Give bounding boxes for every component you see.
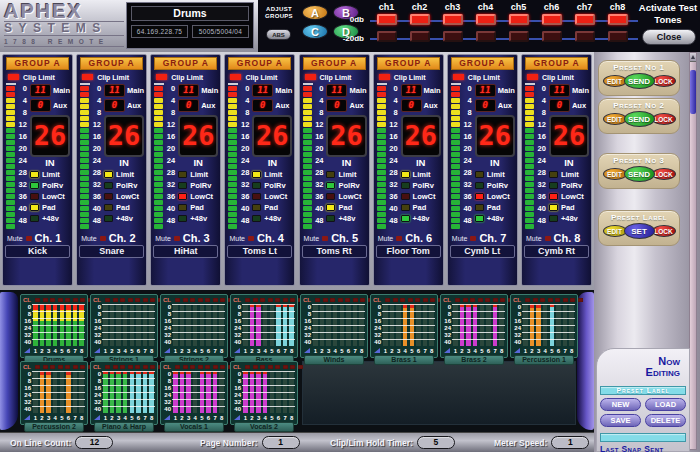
p48v-toggle[interactable]: +48v <box>401 213 441 224</box>
polrv-toggle[interactable]: PolRv <box>401 180 441 191</box>
meter-panel-name[interactable]: Percussion 2 <box>24 422 84 432</box>
preset-2-edit-button[interactable]: EDIT <box>603 113 627 125</box>
mute-led[interactable] <box>100 236 106 241</box>
group-select-button[interactable]: GROUP A <box>6 57 69 70</box>
load-button[interactable]: LOAD <box>645 398 686 411</box>
lowct-toggle[interactable]: LowCt <box>30 191 70 202</box>
tone-0db-ch7-button[interactable] <box>575 14 595 25</box>
meter-panel-1[interactable]: CL081624324012345678Drums <box>20 294 88 358</box>
tone-minus20db-ch6-button[interactable] <box>542 31 562 42</box>
limit-toggle[interactable]: Limit <box>475 169 515 180</box>
tone-0db-ch4-button[interactable] <box>476 14 496 25</box>
label-set-button[interactable]: SET <box>624 223 655 239</box>
channel-name-field[interactable]: Cymb Lt <box>450 245 515 258</box>
sidebar-scrollbar[interactable] <box>689 52 697 450</box>
channel-name-field[interactable]: Floor Tom <box>376 245 441 258</box>
group-select-button[interactable]: GROUP A <box>451 57 514 70</box>
mute-led[interactable] <box>322 236 328 241</box>
new-button[interactable]: NEW <box>600 398 641 411</box>
tone-0db-ch1-button[interactable] <box>377 14 397 25</box>
polrv-toggle[interactable]: PolRv <box>104 180 144 191</box>
p48v-toggle[interactable]: +48v <box>326 213 366 224</box>
label-lock-button[interactable]: LOCK <box>652 225 676 237</box>
tone-0db-ch6-button[interactable] <box>542 14 562 25</box>
lowct-toggle[interactable]: LowCt <box>252 191 292 202</box>
mute-led[interactable] <box>470 236 476 241</box>
meter-panel-9[interactable]: CL081624324012345678Percussion 2 <box>20 361 88 425</box>
mute-led[interactable] <box>174 236 180 241</box>
input-gain-display[interactable]: 26 <box>104 115 144 157</box>
group-a-select-button[interactable]: A <box>302 5 328 20</box>
input-gain-display[interactable]: 26 <box>326 115 366 157</box>
limit-toggle[interactable]: Limit <box>104 169 144 180</box>
meter-panel-name[interactable]: Vocals 1 <box>164 422 224 432</box>
input-gain-display[interactable]: 26 <box>30 115 70 157</box>
group-select-button[interactable]: GROUP A <box>525 57 588 70</box>
p48v-toggle[interactable]: +48v <box>30 213 70 224</box>
main-gain-display[interactable]: 11 <box>326 84 347 97</box>
tone-minus20db-ch3-button[interactable] <box>443 31 463 42</box>
lowct-toggle[interactable]: LowCt <box>104 191 144 202</box>
tone-minus20db-ch7-button[interactable] <box>575 31 595 42</box>
pad-toggle[interactable]: Pad <box>549 202 589 213</box>
preset-2-send-button[interactable]: SEND <box>624 111 655 127</box>
limit-toggle[interactable]: Limit <box>178 169 218 180</box>
group-select-button[interactable]: GROUP A <box>228 57 291 70</box>
save-button[interactable]: SAVE <box>600 414 641 427</box>
polrv-toggle[interactable]: PolRv <box>549 180 589 191</box>
input-gain-display[interactable]: 26 <box>252 115 292 157</box>
port-field[interactable]: 5005/5004/04 <box>192 25 249 38</box>
tone-minus20db-ch8-button[interactable] <box>608 31 628 42</box>
pad-toggle[interactable]: Pad <box>252 202 292 213</box>
limit-toggle[interactable]: Limit <box>401 169 441 180</box>
tone-0db-ch8-button[interactable] <box>608 14 628 25</box>
meter-panel-name[interactable]: Winds <box>304 355 364 365</box>
ip-address-field[interactable]: 64.169.228.75 <box>131 25 188 38</box>
group-select-button[interactable]: GROUP A <box>303 57 366 70</box>
meter-panel-12[interactable]: CL081624324012345678Vocals 2 <box>230 361 298 425</box>
channel-name-field[interactable]: HiHat <box>153 245 218 258</box>
preset-label-field[interactable]: Preset Label <box>600 386 686 395</box>
group-c-select-button[interactable]: C <box>302 24 328 39</box>
meter-panel-10[interactable]: CL081624324012345678Piano & Harp <box>90 361 158 425</box>
limit-toggle[interactable]: Limit <box>326 169 366 180</box>
preset-3-edit-button[interactable]: EDIT <box>603 168 627 180</box>
group-select-button[interactable]: GROUP A <box>377 57 440 70</box>
input-gain-display[interactable]: 26 <box>475 115 515 157</box>
p48v-toggle[interactable]: +48v <box>549 213 589 224</box>
aux-gain-display[interactable]: 0 <box>252 99 273 112</box>
p48v-toggle[interactable]: +48v <box>178 213 218 224</box>
main-gain-display[interactable]: 11 <box>252 84 273 97</box>
scrollbar-thumb[interactable] <box>690 70 696 114</box>
meter-panel-3[interactable]: CL081624324012345678Strings 2 <box>160 294 228 358</box>
preset-3-send-button[interactable]: SEND <box>624 166 655 182</box>
preset-1-edit-button[interactable]: EDIT <box>603 75 627 87</box>
group-select-button[interactable]: GROUP A <box>80 57 143 70</box>
aux-gain-display[interactable]: 0 <box>401 99 422 112</box>
scrollbar-up-arrow-icon[interactable] <box>690 53 696 62</box>
lowct-toggle[interactable]: LowCt <box>549 191 589 202</box>
meter-panel-name[interactable]: Vocals 2 <box>234 422 294 432</box>
preset-name-field[interactable]: Drums <box>131 6 249 21</box>
aux-gain-display[interactable]: 0 <box>549 99 570 112</box>
meter-panel-name[interactable]: Brass 2 <box>444 355 504 365</box>
mute-led[interactable] <box>545 236 551 241</box>
meter-panel-name[interactable]: Percussion 1 <box>514 355 574 365</box>
pad-toggle[interactable]: Pad <box>326 202 366 213</box>
meter-panel-4[interactable]: CL081624324012345678Bass <box>230 294 298 358</box>
channel-name-field[interactable]: Cymb Rt <box>524 245 589 258</box>
lowct-toggle[interactable]: LowCt <box>401 191 441 202</box>
input-gain-display[interactable]: 26 <box>401 115 441 157</box>
meter-panel-5[interactable]: CL081624324012345678Winds <box>300 294 368 358</box>
main-gain-display[interactable]: 11 <box>178 84 199 97</box>
lowct-toggle[interactable]: LowCt <box>326 191 366 202</box>
pad-toggle[interactable]: Pad <box>475 202 515 213</box>
mute-led[interactable] <box>248 236 254 241</box>
main-gain-display[interactable]: 11 <box>401 84 422 97</box>
tone-minus20db-ch2-button[interactable] <box>410 31 430 42</box>
limit-toggle[interactable]: Limit <box>30 169 70 180</box>
polrv-toggle[interactable]: PolRv <box>326 180 366 191</box>
pad-toggle[interactable]: Pad <box>178 202 218 213</box>
meter-panel-11[interactable]: CL081624324012345678Vocals 1 <box>160 361 228 425</box>
delete-button[interactable]: DELETE <box>645 414 686 427</box>
